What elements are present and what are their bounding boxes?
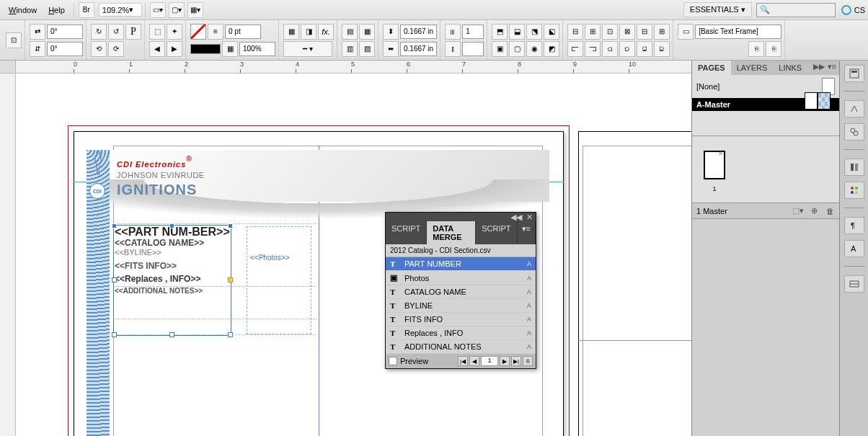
document-canvas[interactable]: CDI CDI Electronics® JOHNSON EVINRUDE IG… [16,74,691,436]
dock-panel-button[interactable] [844,65,864,82]
master-thumb-right[interactable] [818,92,831,110]
fit-content-button[interactable]: ▢ [509,41,525,57]
edit-page-size-button[interactable]: ⬚▾ [793,206,803,216]
view-options-button[interactable]: ▭▾ [150,2,166,18]
stroke-weight-field[interactable]: 0 pt [225,25,261,39]
flip-vertical-button[interactable]: ⇵ [30,41,45,57]
text-wrap-jump-button[interactable]: ▧ [359,41,375,57]
delete-page-button[interactable]: 🗑 [825,206,835,216]
shear-field[interactable]: 0° [47,42,83,56]
horizontal-ruler[interactable]: 0 1 2 3 4 5 6 7 8 9 10 [16,61,691,74]
frame-width-field[interactable]: 0.1667 in [400,25,437,39]
panel-close-icon[interactable]: ✕ [526,213,533,222]
arrange-documents-button[interactable]: ▦▾ [187,2,203,18]
distribute-5-button[interactable]: ⊟ [637,24,652,40]
align-justify-button[interactable]: ⬕ [544,24,559,40]
panel-collapse-icon[interactable]: ▶▶ [813,62,825,71]
menu-window[interactable]: Window [3,4,43,17]
align2-2-button[interactable]: ⫎ [585,41,601,57]
center-content-button[interactable]: ◉ [526,41,542,57]
out-port-handle[interactable] [228,277,233,282]
page-thumbnail[interactable] [704,151,725,179]
zoom-level-field[interactable]: 109.2% ▾ [99,3,142,17]
panel-collapse-icon[interactable]: ◀◀ [510,213,522,222]
data-field-item[interactable]: TPART NUMBERA [386,257,536,271]
selected-text-frame[interactable]: <<PART NUM-BER>> <<CATALOG NAME>> <<BYLI… [115,226,230,334]
effects-button[interactable]: ▦ [283,24,299,40]
selection-handle[interactable] [112,332,117,337]
tab-data-merge[interactable]: DATA MERGE [427,221,476,244]
align-center-button[interactable]: ⬓ [509,24,525,40]
data-merge-panel[interactable]: ◀◀✕ SCRIPT DATA MERGE SCRIPT ▾≡ 2012 Cat… [385,212,536,369]
vertical-ruler[interactable] [0,74,16,436]
select-next-button[interactable]: ▶ [167,41,182,57]
selection-handle[interactable] [112,223,117,228]
align2-5-button[interactable]: ⫑ [637,41,652,57]
align2-3-button[interactable]: ⫏ [602,41,618,57]
dock-panel-button[interactable] [844,182,864,199]
rotate-ccw-button[interactable]: ↺ [108,24,124,40]
columns-field[interactable]: 1 [462,25,484,39]
fx-button[interactable]: fx. [318,24,334,40]
data-field-item[interactable]: TADDITIONAL NOTESA [386,340,536,354]
data-field-item[interactable]: TBYLINEA [386,299,536,313]
nav-last-button[interactable]: ▶| [511,356,521,366]
search-field[interactable]: 🔍 [756,3,836,17]
tab-links[interactable]: LINKS [773,61,807,75]
frame-height-field[interactable]: 0.1667 in [400,42,437,56]
screen-mode-button[interactable]: ▢▾ [169,2,185,18]
menu-help[interactable]: Help [43,4,71,17]
dock-panel-button[interactable] [844,123,864,141]
align2-4-button[interactable]: ⫐ [619,41,635,57]
align2-6-button[interactable]: ⫒ [654,41,670,57]
photo-placeholder-frame[interactable] [247,226,311,334]
data-field-item[interactable]: TReplaces , INFOA [386,326,536,340]
tab-script[interactable]: SCRIPT [386,221,427,244]
dock-panel-button[interactable] [844,100,864,117]
create-merged-button[interactable]: ⎘ [523,356,533,366]
distribute-1-button[interactable]: ⊟ [567,24,583,40]
text-wrap-shape-button[interactable]: ▥ [342,41,358,57]
drop-shadow-button[interactable]: ◨ [301,24,316,40]
fit-frame-button[interactable]: ▣ [492,41,508,57]
distribute-4-button[interactable]: ⊠ [619,24,635,40]
new-page-button[interactable]: ⊕ [809,206,819,216]
align2-1-button[interactable]: ⫍ [567,41,583,57]
data-field-item[interactable]: ▣PhotosA [386,271,536,285]
select-content-button[interactable]: ✦ [167,24,182,40]
panel-menu-icon[interactable]: ▾≡ [828,62,836,71]
nav-page-field[interactable]: 1 [481,356,498,366]
flip-horizontal-button[interactable]: ⇄ [30,24,45,40]
nav-next-button[interactable]: ▶ [500,356,510,366]
fill-frame-button[interactable]: ◩ [544,41,559,57]
dock-panel-button[interactable]: A [844,240,864,257]
quick-apply-button[interactable]: ⎘ [748,41,764,57]
dock-panel-button[interactable] [844,275,864,293]
photo-placeholder-label[interactable]: <<Photos>> [250,254,290,262]
stroke-style-button[interactable]: ━ ▾ [283,41,332,57]
rotation-field[interactable]: 0° [47,25,83,39]
nav-prev-button[interactable]: ◀ [469,356,479,366]
align-top-button[interactable]: ⬒ [492,24,508,40]
selection-handle[interactable] [169,223,174,228]
data-field-item[interactable]: TCATALOG NAMEA [386,285,536,299]
panel-menu-button[interactable]: ⎘ [766,41,781,57]
selection-handle[interactable] [228,332,233,337]
in-port-handle[interactable] [112,277,117,282]
text-wrap-bbox-button[interactable]: ▦ [359,24,375,40]
ruler-origin[interactable] [0,61,16,74]
panel-header[interactable]: ◀◀✕ [386,213,536,221]
dock-panel-button[interactable] [844,159,864,176]
bridge-button[interactable]: Br [79,2,94,18]
rotate-cw-small-button[interactable]: ⟳ [108,41,124,57]
selection-handle[interactable] [228,223,233,228]
section-title-text[interactable]: IGNITIONS [117,182,197,198]
tab-layers[interactable]: LAYERS [731,61,774,75]
rotate-ccw-small-button[interactable]: ⟲ [91,41,107,57]
rotate-cw-button[interactable]: ↻ [91,24,107,40]
panel-menu-button[interactable]: ▾≡ [518,221,536,244]
align-bottom-button[interactable]: ⬔ [526,24,542,40]
object-style-field[interactable]: [Basic Text Frame] [695,25,781,39]
master-thumb-left[interactable] [805,92,818,110]
selection-handle[interactable] [169,332,174,337]
